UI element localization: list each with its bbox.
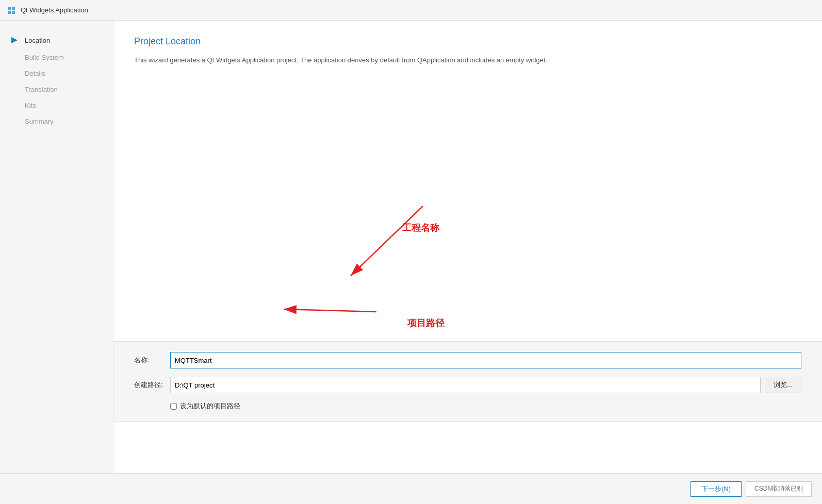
main-area: Location Build System Details Translatio… <box>0 21 822 473</box>
main-window: Qt Widgets Application Location Build Sy… <box>0 0 822 504</box>
path-input[interactable] <box>170 377 761 393</box>
sidebar-item-label-translation: Translation <box>25 86 58 93</box>
sidebar-item-build-system[interactable]: Build System <box>0 49 113 65</box>
content-area: Project Location This wizard generates a… <box>113 21 822 473</box>
sidebar-item-translation[interactable]: Translation <box>0 81 113 97</box>
svg-rect-3 <box>12 11 15 14</box>
form-section: 名称: 创建路径: 浏览... 设为默认的项目路径 <box>113 341 822 422</box>
svg-rect-2 <box>8 11 11 14</box>
path-row: 创建路径: 浏览... <box>134 377 801 393</box>
sidebar-item-location[interactable]: Location <box>0 31 113 49</box>
name-input[interactable] <box>170 352 801 368</box>
arrow-project-name-svg <box>268 175 474 304</box>
sidebar-item-summary[interactable]: Summary <box>0 113 113 129</box>
csdn-button[interactable]: CSDN取消落已别 <box>746 481 812 497</box>
bottom-bar: 下一步(N) CSDN取消落已别 <box>0 473 822 504</box>
name-label: 名称: <box>134 356 170 365</box>
sidebar: Location Build System Details Translatio… <box>0 21 113 473</box>
sidebar-item-label-summary: Summary <box>25 117 54 125</box>
sidebar-item-label-details: Details <box>25 70 45 77</box>
svg-line-6 <box>351 206 423 276</box>
default-path-checkbox[interactable] <box>170 403 177 410</box>
sidebar-item-label-kits: Kits <box>25 102 36 109</box>
annotation-project-path: 项目路径 <box>407 317 445 329</box>
checkbox-label: 设为默认的项目路径 <box>180 401 240 411</box>
svg-marker-4 <box>11 37 18 43</box>
window-title: Qt Widgets Application <box>21 6 88 14</box>
svg-line-8 <box>284 309 376 312</box>
sidebar-item-label-build-system: Build System <box>25 54 64 61</box>
checkbox-row: 设为默认的项目路径 <box>170 401 801 411</box>
path-label: 创建路径: <box>134 380 170 390</box>
svg-rect-0 <box>8 7 11 10</box>
annotation-project-name: 工程名称 <box>402 222 439 234</box>
svg-rect-1 <box>12 7 15 10</box>
name-row: 名称: <box>134 352 801 368</box>
page-title: Project Location <box>134 36 801 47</box>
active-arrow-icon <box>10 35 21 45</box>
title-bar: Qt Widgets Application <box>0 0 822 21</box>
browse-button[interactable]: 浏览... <box>765 377 801 393</box>
page-description: This wizard generates a Qt Widgets Appli… <box>134 55 801 65</box>
next-button[interactable]: 下一步(N) <box>691 481 742 497</box>
sidebar-item-details[interactable]: Details <box>0 65 113 81</box>
sidebar-item-kits[interactable]: Kits <box>0 97 113 113</box>
sidebar-item-label-location: Location <box>25 37 50 44</box>
window-icon <box>6 5 17 15</box>
